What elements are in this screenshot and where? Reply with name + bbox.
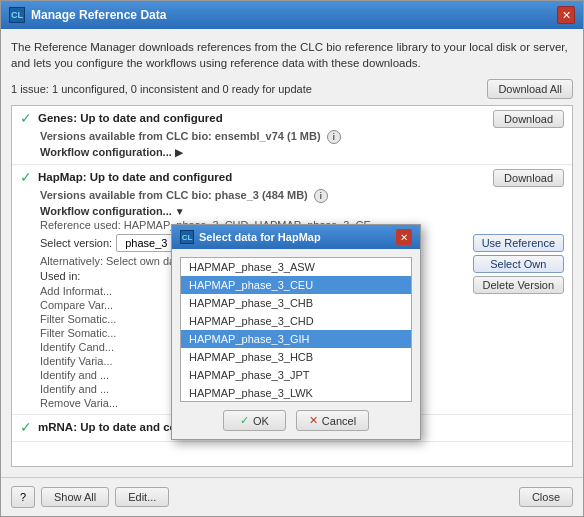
genes-check-icon: ✓ [20, 110, 32, 126]
hapmap-subtitle: Versions available from CLC bio: phase_3… [40, 189, 564, 203]
download-all-button[interactable]: Download All [487, 79, 573, 99]
dialog-buttons: ✓ OK ✕ Cancel [180, 410, 412, 431]
select-data-dialog: CL Select data for HapMap ✕ HAPMAP_phase… [171, 224, 421, 440]
dialog-ok-button[interactable]: ✓ OK [223, 410, 286, 431]
select-version-label: Select version: [40, 237, 112, 249]
dialog-list-container: HAPMAP_phase_3_ASW HAPMAP_phase_3_CEU HA… [180, 257, 412, 402]
list-item-6[interactable]: HAPMAP_phase_3_JPT [181, 366, 411, 384]
genes-workflow-config[interactable]: Workflow configuration... ▶ [40, 146, 183, 158]
genes-subtitle: Versions available from CLC bio: ensembl… [40, 130, 564, 144]
dialog-title-left: CL Select data for HapMap [180, 230, 321, 244]
hapmap-workflow-row: Workflow configuration... ▼ [20, 205, 564, 217]
bottom-bar: ? Show All Edit... Close [1, 477, 583, 516]
hapmap-right-buttons: Use Reference Select Own Delete Version [473, 234, 564, 294]
list-item-5[interactable]: HAPMAP_phase_3_HCB [181, 348, 411, 366]
window-icon: CL [9, 7, 25, 23]
edit-button[interactable]: Edit... [115, 487, 169, 507]
dialog-cancel-button[interactable]: ✕ Cancel [296, 410, 369, 431]
list-item-0[interactable]: HAPMAP_phase_3_ASW [181, 258, 411, 276]
dialog-list[interactable]: HAPMAP_phase_3_ASW HAPMAP_phase_3_CEU HA… [180, 257, 412, 402]
select-own-button[interactable]: Select Own [473, 255, 564, 273]
window-title: Manage Reference Data [31, 8, 166, 22]
hapmap-header: ✓ HapMap: Up to date and configured [20, 169, 232, 185]
bottom-left: ? Show All Edit... [11, 486, 169, 508]
main-window: CL Manage Reference Data ✕ The Reference… [0, 0, 584, 517]
genes-info-icon[interactable]: i [327, 130, 341, 144]
help-button[interactable]: ? [11, 486, 35, 508]
genes-download-button[interactable]: Download [493, 110, 564, 128]
use-reference-button[interactable]: Use Reference [473, 234, 564, 252]
list-item-2[interactable]: HAPMAP_phase_3_CHB [181, 294, 411, 312]
genes-section: ✓ Genes: Up to date and configured Downl… [12, 106, 572, 165]
genes-title: Genes: Up to date and configured [38, 112, 223, 124]
list-item-3[interactable]: HAPMAP_phase_3_CHD [181, 312, 411, 330]
status-text: 1 issue: 1 unconfigured, 0 inconsistent … [11, 83, 312, 95]
cancel-x-icon: ✕ [309, 414, 318, 427]
list-item-7[interactable]: HAPMAP_phase_3_LWK [181, 384, 411, 402]
status-bar: 1 issue: 1 unconfigured, 0 inconsistent … [11, 79, 573, 99]
dialog-close-icon[interactable]: ✕ [396, 229, 412, 245]
dialog-title-text: Select data for HapMap [199, 231, 321, 243]
list-item-1[interactable]: HAPMAP_phase_3_CEU [181, 276, 411, 294]
genes-workflow-row: Workflow configuration... ▶ [20, 146, 564, 158]
genes-header-row: ✓ Genes: Up to date and configured Downl… [20, 110, 564, 128]
hapmap-check-icon: ✓ [20, 169, 32, 185]
mrna-check-icon: ✓ [20, 419, 32, 435]
hapmap-info-icon[interactable]: i [314, 189, 328, 203]
ok-check-icon: ✓ [240, 414, 249, 427]
list-item-4[interactable]: HAPMAP_phase_3_GIH [181, 330, 411, 348]
title-bar: CL Manage Reference Data ✕ [1, 1, 583, 29]
dialog-icon: CL [180, 230, 194, 244]
hapmap-title: HapMap: Up to date and configured [38, 171, 232, 183]
close-button[interactable]: Close [519, 487, 573, 507]
show-all-button[interactable]: Show All [41, 487, 109, 507]
title-bar-left: CL Manage Reference Data [9, 7, 166, 23]
delete-version-button[interactable]: Delete Version [473, 276, 564, 294]
close-window-icon[interactable]: ✕ [557, 6, 575, 24]
description-text: The Reference Manager downloads referenc… [11, 39, 573, 71]
hapmap-download-button[interactable]: Download [493, 169, 564, 187]
hapmap-header-row: ✓ HapMap: Up to date and configured Down… [20, 169, 564, 187]
dialog-body: HAPMAP_phase_3_ASW HAPMAP_phase_3_CEU HA… [172, 249, 420, 439]
window-body: The Reference Manager downloads referenc… [1, 29, 583, 477]
genes-header: ✓ Genes: Up to date and configured [20, 110, 223, 126]
dialog-title-bar: CL Select data for HapMap ✕ [172, 225, 420, 249]
hapmap-workflow-config[interactable]: Workflow configuration... ▼ [40, 205, 185, 217]
